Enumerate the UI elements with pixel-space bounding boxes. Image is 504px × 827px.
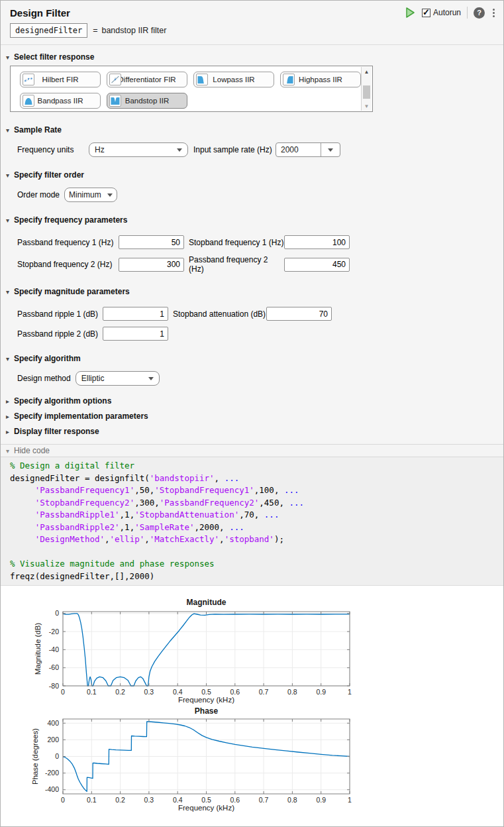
filter-button-bandpass-iir[interactable]: Bandpass IIR: [20, 93, 101, 109]
section-algorithm-options[interactable]: ▸ Specify algorithm options: [6, 396, 494, 406]
sample-rate-combobox[interactable]: 2000: [276, 142, 340, 157]
filter-button-highpass-iir[interactable]: Highpass IIR: [280, 72, 361, 87]
section-filter-response[interactable]: ▾ Select filter response: [6, 45, 494, 62]
svg-text:Magnitude: Magnitude: [187, 598, 227, 607]
svg-text:0.5: 0.5: [201, 796, 211, 804]
scroll-down-icon[interactable]: ▼: [362, 101, 372, 111]
kebab-menu-icon[interactable]: [491, 8, 497, 18]
filter-button-differentiator-fir[interactable]: Differentiator FIR: [107, 72, 187, 87]
output-variable-field[interactable]: designedFilter: [10, 23, 87, 38]
svg-text:Magnitude (dB): Magnitude (dB): [34, 623, 42, 675]
section-title: Specify filter order: [14, 170, 84, 180]
svg-text:0.3: 0.3: [144, 796, 154, 804]
passband-ripple-2-input[interactable]: [103, 327, 168, 341]
section-sample-rate[interactable]: ▾ Sample Rate: [6, 125, 494, 135]
stopband-attenuation-input[interactable]: [266, 307, 332, 321]
svg-text:1: 1: [348, 688, 352, 696]
output-equals: =: [93, 26, 97, 35]
frequency-units-dropdown[interactable]: Hz: [89, 142, 188, 157]
svg-text:0.9: 0.9: [316, 688, 326, 696]
section-algorithm[interactable]: ▾ Specify algorithm: [6, 354, 494, 363]
filter-button-label: Bandpass IIR: [37, 97, 83, 105]
svg-text:0: 0: [61, 688, 65, 696]
code-line: 'DesignMethod','ellip','MatchExactly','s…: [10, 533, 494, 546]
phase-chart: 00.10.20.30.40.50.60.70.80.914002000-200…: [10, 706, 368, 814]
collapse-triangle-icon: ▾: [6, 54, 14, 61]
scroll-up-icon[interactable]: ▲: [362, 67, 372, 76]
section-title: Specify magnitude parameters: [14, 287, 130, 296]
svg-text:Frequency (kHz): Frequency (kHz): [178, 696, 234, 704]
svg-text:-60: -60: [49, 663, 59, 671]
hide-code-label: Hide code: [14, 446, 50, 455]
output-variable-row: designedFilter = bandstop IIR filter: [10, 23, 497, 38]
section-title: Specify algorithm: [14, 354, 81, 363]
design-method-label: Design method: [17, 374, 71, 383]
frequency-units-label: Frequency units: [17, 145, 89, 154]
svg-text:0: 0: [61, 796, 65, 804]
output-description: bandstop IIR filter: [101, 26, 166, 35]
filter-button-label: Highpass IIR: [299, 76, 342, 83]
svg-text:0.3: 0.3: [144, 688, 154, 696]
svg-text:1: 1: [348, 796, 352, 804]
code-line: freqz(designedFilter,[],2000): [10, 571, 494, 583]
svg-text:0.4: 0.4: [173, 688, 183, 696]
order-mode-value: Minimum: [69, 190, 101, 199]
stopband-attenuation-label: Stopband attenuation (dB): [168, 309, 266, 319]
svg-text:200: 200: [47, 736, 59, 744]
stopband-frequency-1-input[interactable]: [284, 235, 350, 249]
svg-text:0: 0: [55, 609, 59, 617]
section-frequency-params[interactable]: ▾ Specify frequency parameters: [6, 215, 494, 225]
svg-text:-20: -20: [49, 628, 59, 635]
design-method-dropdown[interactable]: Elliptic: [76, 371, 160, 386]
section-title: Specify implementation parameters: [14, 412, 148, 421]
filter-button-bandstop-iir[interactable]: Bandstop IIR: [107, 93, 187, 109]
svg-text:0.2: 0.2: [115, 796, 125, 804]
code-block[interactable]: % Design a digital filterdesignedFilter …: [1, 457, 503, 586]
bandpass-icon: [23, 95, 34, 107]
section-magnitude-params[interactable]: ▾ Specify magnitude parameters: [6, 287, 494, 296]
order-mode-dropdown[interactable]: Minimum: [64, 188, 117, 202]
passband-ripple-1-input[interactable]: [103, 307, 168, 321]
code-line: 'StopbandFrequency2',300,'PassbandFreque…: [10, 497, 494, 510]
help-icon[interactable]: ?: [474, 7, 485, 19]
section-display-filter-response[interactable]: ▸ Display filter response: [6, 427, 494, 436]
code-line: [10, 546, 494, 559]
filter-button-hilbert-fir[interactable]: Hilbert FIR: [20, 72, 101, 87]
section-title: Specify algorithm options: [14, 396, 111, 406]
svg-text:0.6: 0.6: [230, 688, 240, 696]
stopband-frequency-2-input[interactable]: [119, 258, 184, 272]
figure-output: 00.10.20.30.40.50.60.70.80.910-20-40-60-…: [1, 586, 503, 814]
svg-text:0.6: 0.6: [230, 796, 240, 804]
section-title: Display filter response: [14, 427, 99, 436]
svg-text:0.1: 0.1: [87, 688, 97, 696]
order-mode-label: Order mode: [17, 190, 60, 199]
filter-button-label: Hilbert FIR: [42, 76, 79, 83]
design-filter-task-window: Design Filter Autorun ? designedFilter =…: [0, 0, 504, 827]
filter-response-panel: Hilbert FIR Differentiator FIR Lowpass I…: [10, 66, 373, 112]
passband-frequency-1-input[interactable]: [119, 235, 184, 249]
chevron-down-icon[interactable]: [321, 143, 340, 156]
section-title: Sample Rate: [14, 125, 62, 135]
hide-code-toggle[interactable]: ▾ Hide code: [1, 444, 503, 457]
collapse-triangle-icon: ▾: [6, 127, 14, 134]
passband-frequency-2-label: Passband frequency 2 (Hz): [184, 255, 284, 274]
svg-text:0.8: 0.8: [287, 688, 297, 696]
scroll-thumb[interactable]: [363, 85, 370, 99]
run-button[interactable]: [404, 7, 416, 19]
section-filter-order[interactable]: ▾ Specify filter order: [6, 170, 494, 180]
autorun-checkbox[interactable]: [422, 9, 430, 17]
collapse-triangle-icon: ▾: [6, 217, 14, 224]
filter-button-lowpass-iir[interactable]: Lowpass IIR: [193, 72, 274, 87]
lowpass-icon: [196, 74, 208, 85]
collapse-triangle-icon: ▾: [6, 447, 14, 455]
passband-frequency-2-input[interactable]: [284, 258, 350, 272]
section-title: Select filter response: [14, 52, 94, 62]
panel-scrollbar[interactable]: ▲ ▼: [361, 67, 372, 111]
svg-text:400: 400: [47, 719, 59, 727]
svg-text:0.7: 0.7: [259, 796, 269, 804]
section-implementation-params[interactable]: ▸ Specify implementation parameters: [6, 412, 494, 421]
autorun-control: Autorun: [422, 8, 461, 17]
sample-rate-label: Input sample rate (Hz): [188, 145, 276, 154]
code-line: 'PassbandFrequency1',50,'StopbandFrequen…: [10, 484, 494, 497]
svg-text:Phase (degrees): Phase (degrees): [31, 728, 39, 785]
